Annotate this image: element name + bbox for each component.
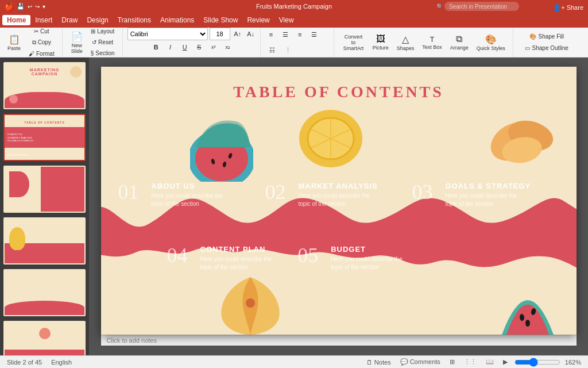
- toc-desc-1: Here you could describe the topic of the…: [152, 192, 223, 208]
- quick-styles-button[interactable]: 🎨 Quick Styles: [473, 30, 509, 55]
- toc-num-1: 01: [118, 182, 147, 202]
- subscript-button[interactable]: x₂: [222, 43, 234, 52]
- numbered-list-button[interactable]: ⋮: [281, 45, 295, 56]
- new-slide-button[interactable]: 📄 New Slide: [67, 29, 87, 56]
- align-center-button[interactable]: ☰: [278, 29, 292, 40]
- customize-icon[interactable]: ▾: [42, 3, 45, 10]
- svg-point-14: [246, 298, 255, 308]
- save-icon[interactable]: 💾: [17, 3, 25, 10]
- convert-smartart-button[interactable]: Convert to SmartArt: [339, 30, 369, 55]
- slide-sorter-button[interactable]: ⋮⋮: [462, 358, 479, 366]
- toc-title-3: GOALS & STRATEGY: [446, 182, 531, 190]
- slide-canvas: TABLE OF CONTENTS: [101, 67, 577, 335]
- toc-num-5: 05: [297, 245, 326, 266]
- menu-insert[interactable]: Insert: [30, 15, 57, 25]
- font-size-input[interactable]: [210, 28, 230, 40]
- notes-area[interactable]: Click to add notes: [101, 335, 577, 346]
- menu-home[interactable]: Home: [2, 15, 30, 25]
- notes-icon: 🗒: [366, 359, 373, 366]
- slide-title: TABLE OF CONTENTS: [233, 83, 444, 101]
- shape-outline-button[interactable]: ▭Shape Outline: [518, 43, 575, 53]
- toc-item-5: 05 BUDGET Here you could describe the to…: [297, 245, 428, 271]
- slide-thumb-1[interactable]: MARKETINGCAMPAIGN: [3, 62, 86, 109]
- align-left-button[interactable]: ≡: [265, 29, 277, 40]
- justify-button[interactable]: ☰: [307, 29, 321, 40]
- superscript-button[interactable]: x²: [207, 43, 220, 52]
- search-input[interactable]: [444, 2, 519, 11]
- toc-num-2: 02: [265, 182, 294, 202]
- section-button[interactable]: §Section: [87, 48, 119, 58]
- slide-count: Slide 2 of 45: [7, 359, 42, 366]
- slide-thumb-3[interactable]: [3, 166, 86, 213]
- language: English: [51, 359, 72, 366]
- toc-desc-3: Here you could describe the topic of the…: [446, 192, 531, 208]
- strikethrough-button[interactable]: S: [193, 42, 206, 52]
- cut-button[interactable]: ✂Cut: [25, 26, 59, 36]
- menu-design[interactable]: Design: [82, 15, 113, 25]
- paste-button[interactable]: 📋 Paste: [3, 32, 25, 53]
- slide-thumb-2[interactable]: TABLE OF CONTENTS 01 ABOUT US02 MARKET A…: [3, 114, 86, 161]
- layout-button[interactable]: ⊞Layout: [87, 26, 119, 36]
- peach-fruit: [485, 110, 559, 173]
- toc-title-5: BUDGET: [331, 245, 403, 254]
- toc-item-2: 02 MARKET ANALYSIS Here you could descri…: [265, 182, 412, 208]
- textbox-button[interactable]: T Text Box: [418, 30, 446, 55]
- shape-fill-button[interactable]: 🎨Shape Fill: [518, 32, 575, 41]
- arrange-button[interactable]: ⧉ Arrange: [446, 30, 473, 55]
- picture-button[interactable]: 🖼 Picture: [369, 30, 393, 55]
- lemon-fruit: [296, 107, 365, 170]
- menu-review[interactable]: Review: [242, 15, 274, 25]
- bullet-list-button[interactable]: ☷: [265, 45, 279, 56]
- underline-button[interactable]: U: [179, 42, 191, 52]
- menu-transitions[interactable]: Transitions: [113, 15, 156, 25]
- reading-view-button[interactable]: 📖: [483, 358, 496, 366]
- zoom-slider[interactable]: [514, 358, 560, 366]
- comments-button[interactable]: 💬 Comments: [398, 358, 443, 366]
- redo-icon[interactable]: ↪: [35, 3, 40, 10]
- copy-button[interactable]: ⧉Copy: [25, 37, 59, 48]
- slide-thumb-4[interactable]: [3, 217, 86, 264]
- slide-thumb-5[interactable]: [3, 269, 86, 316]
- toc-title-1: ABOUT US: [152, 182, 223, 190]
- shapes-button[interactable]: △ Shapes: [393, 30, 419, 55]
- toc-desc-5: Here you could describe the topic of the…: [331, 255, 403, 271]
- toc-desc-4: Here you could describe the topic of the…: [200, 255, 272, 271]
- toc-title-4: CONTENT PLAN: [200, 245, 272, 254]
- undo-icon[interactable]: ↩: [28, 3, 32, 10]
- app-title: Fruits Marketing Campaign: [256, 3, 332, 10]
- font-selector[interactable]: Calibri: [127, 28, 208, 40]
- status-bar: Slide 2 of 45 English 🗒 Notes 💬 Comments…: [0, 355, 588, 368]
- share-icon: 👤+: [553, 4, 564, 12]
- font-increase-button[interactable]: A↑: [232, 29, 243, 39]
- toc-item-1: 01 ABOUT US Here you could describe the …: [118, 182, 265, 208]
- normal-view-button[interactable]: ⊞: [447, 358, 457, 366]
- svg-point-17: [525, 320, 530, 327]
- apple-icon: 🍎: [5, 2, 14, 11]
- bold-button[interactable]: B: [150, 42, 163, 52]
- menu-draw[interactable]: Draw: [57, 15, 82, 25]
- comments-icon: 💬: [400, 358, 408, 365]
- apple-bottom-fruit: [216, 277, 285, 335]
- align-right-button[interactable]: ≡: [294, 29, 305, 40]
- zoom-level: 162%: [565, 359, 581, 366]
- italic-button[interactable]: I: [164, 42, 177, 52]
- notes-button[interactable]: 🗒 Notes: [364, 358, 393, 366]
- search-icon: 🔍: [436, 3, 443, 10]
- menu-animations[interactable]: Animations: [156, 15, 199, 25]
- watermelon-bottom-fruit: [490, 271, 565, 335]
- menu-slideshow[interactable]: Slide Show: [199, 15, 242, 25]
- slideshow-button[interactable]: ▶: [501, 358, 510, 366]
- format-button[interactable]: 🖌Format: [25, 49, 59, 59]
- toc-num-4: 04: [167, 245, 196, 266]
- menu-view[interactable]: View: [274, 15, 299, 25]
- toc-title-2: MARKET ANALYSIS: [299, 182, 378, 190]
- toc-item-3: 03 GOALS & STRATEGY Here you could descr…: [412, 182, 559, 208]
- reset-button[interactable]: ↺Reset: [87, 37, 119, 47]
- toc-item-4: 04 CONTENT PLAN Here you could describe …: [167, 245, 298, 271]
- toc-desc-2: Here you could describe the topic of the…: [299, 192, 378, 208]
- slide-thumb-6[interactable]: [3, 321, 86, 355]
- font-decrease-button[interactable]: A↓: [245, 29, 257, 39]
- toc-num-3: 03: [412, 182, 441, 202]
